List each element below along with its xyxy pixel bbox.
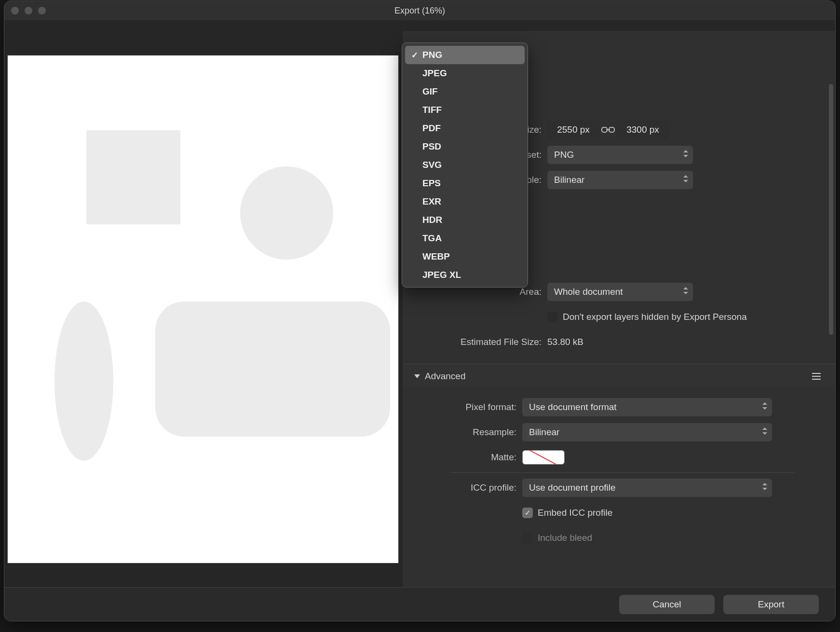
format-option-psd[interactable]: PSD <box>405 137 525 156</box>
height-input[interactable]: 3300 px <box>617 121 669 139</box>
width-input[interactable]: 2550 px <box>547 121 599 139</box>
embed-icc-row: ✓ Embed ICC profile <box>403 503 816 523</box>
format-option-hdr[interactable]: HDR <box>405 211 525 229</box>
divider <box>451 472 795 473</box>
embed-icc-label: Embed ICC profile <box>538 508 612 518</box>
dialog-footer: Cancel Export <box>4 587 835 621</box>
resample-basic-value: Bilinear <box>554 175 584 185</box>
window-controls <box>11 7 46 14</box>
icc-row: ICC profile: Use document profile <box>403 478 816 498</box>
include-bleed-label: Include bleed <box>538 533 592 543</box>
icc-label: ICC profile: <box>403 482 522 493</box>
resample-value: Bilinear <box>529 427 559 438</box>
estimated-value: 53.80 kB <box>547 337 583 347</box>
embed-icc-checkbox[interactable]: ✓ <box>522 508 533 518</box>
export-label: Export <box>758 599 785 610</box>
format-option-png[interactable]: ✓PNG <box>405 46 525 64</box>
format-option-label: EPS <box>422 178 441 189</box>
include-bleed-checkbox[interactable] <box>522 533 533 543</box>
matte-label: Matte: <box>403 452 522 463</box>
menu-icon[interactable] <box>812 373 821 380</box>
area-label: Area: <box>403 287 547 297</box>
export-window: Export (16%) Size: 2550 px <box>4 0 836 621</box>
advanced-section: Pixel format: Use document format Resamp… <box>403 385 835 560</box>
format-option-jpeg-xl[interactable]: JPEG XL <box>405 266 525 284</box>
chevron-down-icon <box>414 374 420 378</box>
format-option-label: PNG <box>422 50 442 60</box>
format-option-jpeg[interactable]: JPEG <box>405 64 525 82</box>
width-value: 2550 px <box>557 124 590 135</box>
format-option-pdf[interactable]: PDF <box>405 119 525 137</box>
shape-rounded-rect <box>155 302 390 437</box>
format-option-gif[interactable]: GIF <box>405 82 525 101</box>
stepper-icon <box>762 427 767 435</box>
toolbar-strip <box>4 20 835 31</box>
format-option-label: GIF <box>422 86 438 97</box>
shape-ellipse <box>54 302 113 461</box>
advanced-header[interactable]: Advanced <box>403 364 835 385</box>
format-option-svg[interactable]: SVG <box>405 156 525 174</box>
stepper-icon <box>683 287 688 294</box>
canvas-wrap <box>4 31 402 587</box>
check-icon: ✓ <box>410 50 420 60</box>
format-option-label: PDF <box>422 123 441 134</box>
format-option-tiff[interactable]: TIFF <box>405 101 525 119</box>
format-option-label: EXR <box>422 196 441 207</box>
format-option-label: TIFF <box>422 105 442 115</box>
stepper-icon <box>762 483 767 490</box>
stepper-icon <box>683 150 688 157</box>
format-option-label: JPEG <box>422 68 447 79</box>
cancel-button[interactable]: Cancel <box>619 595 715 614</box>
dont-export-row: Don't export layers hidden by Export Per… <box>403 307 816 327</box>
estimated-label: Estimated File Size: <box>403 337 547 347</box>
window-minimize-icon[interactable] <box>25 7 32 14</box>
dont-export-label: Don't export layers hidden by Export Per… <box>563 312 747 322</box>
export-button[interactable]: Export <box>723 595 819 614</box>
pixel-format-select[interactable]: Use document format <box>522 398 772 416</box>
format-option-label: HDR <box>422 215 442 225</box>
shape-circle <box>240 166 333 260</box>
format-option-tga[interactable]: TGA <box>405 229 525 247</box>
format-option-webp[interactable]: WEBP <box>405 247 525 266</box>
format-dropdown[interactable]: ✓PNGJPEGGIFTIFFPDFPSDSVGEPSEXRHDRTGAWEBP… <box>402 42 528 288</box>
chain-icon <box>601 126 615 134</box>
icc-value: Use document profile <box>529 482 616 493</box>
document-preview <box>7 55 399 563</box>
pixel-format-value: Use document format <box>529 402 617 412</box>
estimated-row: Estimated File Size: 53.80 kB <box>403 332 816 352</box>
shape-square <box>86 130 180 224</box>
matte-swatch[interactable] <box>522 450 565 465</box>
resample-select[interactable]: Bilinear <box>522 423 772 441</box>
stepper-icon <box>762 402 767 410</box>
matte-row: Matte: <box>403 447 816 467</box>
icc-select[interactable]: Use document profile <box>522 479 772 497</box>
area-select[interactable]: Whole document <box>547 283 693 301</box>
preview-pane <box>4 31 403 587</box>
window-zoom-icon[interactable] <box>38 7 46 14</box>
height-value: 3300 px <box>626 124 659 135</box>
preset-value: PNG <box>554 150 574 160</box>
area-value: Whole document <box>554 287 623 297</box>
format-option-label: SVG <box>422 160 442 170</box>
dont-export-checkbox[interactable] <box>547 312 558 322</box>
resample-label: Resample: <box>403 427 522 438</box>
cancel-label: Cancel <box>652 599 681 610</box>
stepper-icon <box>683 175 688 182</box>
advanced-title: Advanced <box>425 371 466 382</box>
preset-select[interactable]: PNG <box>547 146 693 164</box>
pixel-format-row: Pixel format: Use document format <box>403 397 816 417</box>
link-dimensions-icon[interactable] <box>599 124 617 136</box>
format-option-exr[interactable]: EXR <box>405 192 525 211</box>
window-title: Export (16%) <box>4 1 835 20</box>
format-option-eps[interactable]: EPS <box>405 174 525 192</box>
format-option-label: TGA <box>422 233 442 244</box>
pixel-format-label: Pixel format: <box>403 402 522 412</box>
format-option-label: WEBP <box>422 251 450 262</box>
window-close-icon[interactable] <box>11 7 19 14</box>
include-bleed-row: Include bleed <box>403 528 816 548</box>
resample-basic-select[interactable]: Bilinear <box>547 171 693 189</box>
scrollbar[interactable] <box>829 84 833 335</box>
format-option-label: JPEG XL <box>422 270 461 280</box>
titlebar: Export (16%) <box>4 1 835 20</box>
format-option-label: PSD <box>422 141 441 152</box>
